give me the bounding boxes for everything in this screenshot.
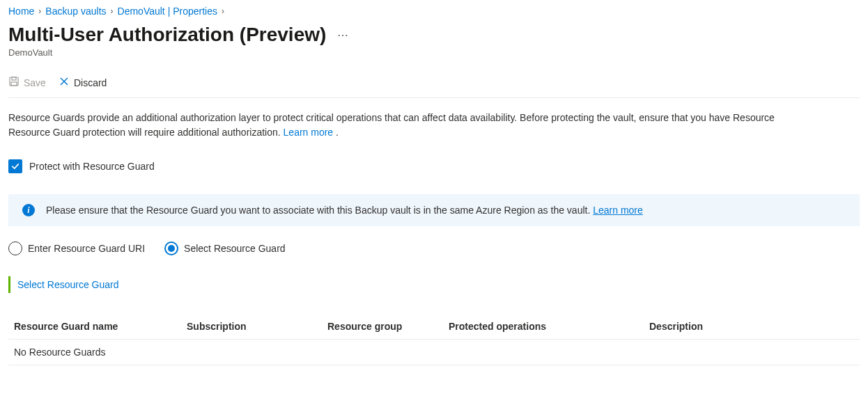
info-message: Please ensure that the Resource Guard yo… — [46, 205, 643, 216]
table-row-empty: No Resource Guards — [8, 340, 860, 365]
radio-enter-uri-label: Enter Resource Guard URI — [28, 243, 145, 254]
description-line1: Resource Guards provide an additional au… — [8, 112, 775, 123]
description-line2-prefix: Resource Guard protection will require a… — [8, 127, 284, 138]
protect-checkbox[interactable] — [8, 159, 22, 173]
radio-enter-uri[interactable]: Enter Resource Guard URI — [8, 241, 145, 255]
breadcrumb-demovault-properties[interactable]: DemoVault | Properties — [118, 6, 217, 17]
select-resource-guard-link[interactable]: Select Resource Guard — [17, 279, 119, 290]
col-description[interactable]: Description — [649, 321, 854, 332]
breadcrumb-backup-vaults[interactable]: Backup vaults — [45, 6, 106, 17]
discard-label: Discard — [74, 77, 107, 88]
info-learn-more-link[interactable]: Learn more — [593, 205, 643, 216]
breadcrumb-home[interactable]: Home — [8, 6, 34, 17]
protect-checkbox-label: Protect with Resource Guard — [29, 161, 155, 172]
select-resource-guard-wrap: Select Resource Guard — [8, 276, 860, 293]
chevron-right-icon: › — [111, 6, 114, 16]
col-resource-group[interactable]: Resource group — [327, 321, 449, 332]
info-icon: i — [22, 204, 35, 216]
check-icon — [10, 161, 20, 171]
col-resource-guard-name[interactable]: Resource Guard name — [14, 321, 187, 332]
discard-button[interactable]: Discard — [59, 76, 107, 89]
learn-more-link[interactable]: Learn more — [284, 127, 334, 138]
save-icon — [8, 76, 20, 89]
table-empty-message: No Resource Guards — [14, 347, 187, 358]
col-subscription[interactable]: Subscription — [187, 321, 327, 332]
radio-circle — [8, 241, 22, 255]
radio-group: Enter Resource Guard URI Select Resource… — [8, 241, 860, 255]
close-icon — [59, 76, 70, 89]
svg-rect-2 — [11, 82, 17, 86]
save-button[interactable]: Save — [8, 76, 46, 89]
chevron-right-icon: › — [222, 6, 224, 16]
description-line2-suffix: . — [333, 127, 339, 138]
info-banner: i Please ensure that the Resource Guard … — [8, 194, 860, 226]
more-icon[interactable]: ⋯ — [337, 29, 349, 42]
breadcrumb: Home › Backup vaults › DemoVault | Prope… — [8, 6, 860, 17]
save-label: Save — [24, 77, 46, 88]
chevron-right-icon: › — [38, 6, 41, 16]
radio-circle — [164, 241, 178, 255]
col-protected-operations[interactable]: Protected operations — [449, 321, 649, 332]
radio-select-guard[interactable]: Select Resource Guard — [164, 241, 286, 255]
description-text: Resource Guards provide an additional au… — [8, 111, 860, 140]
svg-rect-1 — [12, 77, 16, 80]
toolbar: Save Discard — [8, 72, 860, 98]
radio-select-guard-label: Select Resource Guard — [184, 243, 286, 254]
page-header: Multi-User Authorization (Preview) ⋯ — [8, 24, 860, 46]
info-message-text: Please ensure that the Resource Guard yo… — [46, 205, 593, 216]
page-title: Multi-User Authorization (Preview) — [8, 24, 326, 46]
table-header: Resource Guard name Subscription Resourc… — [8, 314, 860, 340]
resource-guard-table: Resource Guard name Subscription Resourc… — [8, 314, 860, 365]
protect-checkbox-row: Protect with Resource Guard — [8, 159, 860, 173]
page-subtitle: DemoVault — [8, 47, 860, 58]
